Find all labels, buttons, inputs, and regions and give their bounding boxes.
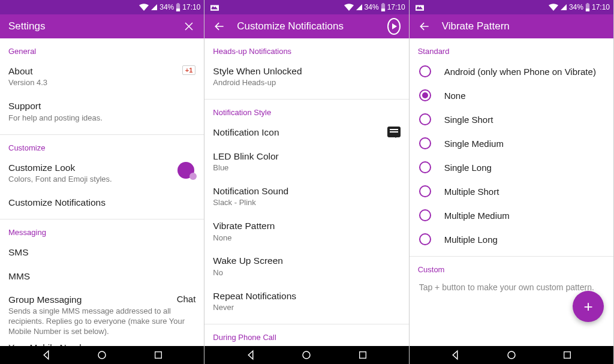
- radio-list: Android (only when Phone on Vibrate)None…: [410, 59, 613, 251]
- item-subtitle: Sends a single MMS message addressed to …: [8, 306, 195, 337]
- item-title: LED Blink Color: [213, 151, 400, 162]
- nav-home[interactable]: [95, 348, 109, 362]
- wifi-icon: [549, 4, 558, 11]
- gplus-badge[interactable]: +1: [182, 65, 196, 75]
- item-mobile-number[interactable]: Your Mobile Number: [0, 339, 204, 346]
- item-title: Vibrate Pattern: [213, 220, 400, 231]
- item-title: Repeat Notifications: [213, 290, 400, 302]
- radio-label: None: [444, 91, 466, 101]
- nav-recent[interactable]: [561, 348, 574, 362]
- content-scroll[interactable]: Heads-up Notifications Style When Unlock…: [204, 38, 408, 346]
- radio-option[interactable]: Multiple Long: [410, 227, 613, 251]
- signal-icon: [560, 4, 567, 11]
- radio-option[interactable]: None: [410, 83, 613, 107]
- nav-back[interactable]: [40, 348, 53, 362]
- item-notification-icon[interactable]: Notification Icon: [204, 121, 408, 144]
- clock: 17:10: [182, 3, 200, 11]
- content-scroll[interactable]: General About Version 4.3 +1 Support For…: [0, 38, 204, 346]
- item-customize-notifications[interactable]: Customize Notifications: [0, 191, 204, 214]
- section-header-messaging: Messaging: [0, 219, 204, 240]
- radio-icon: [419, 65, 431, 77]
- battery-icon: [176, 3, 180, 11]
- battery-icon: [381, 3, 386, 11]
- item-sms[interactable]: SMS: [0, 240, 204, 264]
- item-play-notification-sound[interactable]: Play Notification Sound: [204, 345, 408, 346]
- item-subtitle: Never: [213, 303, 400, 313]
- content-scroll[interactable]: Standard Android (only when Phone on Vib…: [410, 38, 613, 346]
- item-subtitle: Version 4.3: [8, 78, 176, 88]
- item-subtitle: Blue: [213, 163, 400, 173]
- item-support[interactable]: Support For help and posting ideas.: [0, 94, 204, 129]
- radio-label: Multiple Long: [444, 234, 498, 245]
- item-notification-sound[interactable]: Notification Sound Slack - Plink: [204, 179, 408, 214]
- battery-pct: 34%: [159, 3, 174, 11]
- section-header-notifstyle: Notification Style: [204, 100, 408, 121]
- clock: 17:10: [592, 3, 610, 11]
- section-header-headsup: Heads-up Notifications: [204, 38, 408, 59]
- svg-point-0: [98, 351, 106, 359]
- screenshot-icon: [210, 4, 219, 11]
- back-icon[interactable]: [418, 20, 431, 33]
- battery-pct: 34%: [365, 3, 379, 11]
- radio-label: Android (only when Phone on Vibrate): [444, 67, 596, 77]
- fab-add[interactable]: +: [573, 291, 604, 322]
- play-preview-icon[interactable]: [387, 20, 401, 33]
- item-subtitle: For help and posting ideas.: [8, 113, 195, 124]
- item-title: Support: [8, 100, 195, 112]
- nav-bar: [0, 346, 204, 364]
- item-title: Group Messaging: [8, 294, 82, 305]
- app-bar: Settings: [0, 14, 204, 38]
- nav-back[interactable]: [244, 348, 257, 362]
- item-mms[interactable]: MMS: [0, 264, 204, 288]
- nav-recent[interactable]: [152, 348, 165, 362]
- close-icon[interactable]: [182, 20, 195, 33]
- radio-option[interactable]: Multiple Short: [410, 179, 613, 203]
- nav-recent[interactable]: [356, 348, 369, 362]
- radio-option[interactable]: Single Medium: [410, 131, 613, 155]
- item-group-messaging[interactable]: Group Messaging Chat Sends a single MMS …: [0, 288, 204, 339]
- item-about[interactable]: About Version 4.3 +1: [0, 59, 204, 94]
- item-repeat-notifications[interactable]: Repeat Notifications Never: [204, 284, 408, 319]
- wifi-icon: [139, 4, 149, 11]
- battery-icon: [585, 3, 590, 11]
- back-icon[interactable]: [213, 20, 226, 33]
- item-subtitle: Colors, Font and Emoji styles.: [8, 175, 171, 185]
- status-bar: 34% 17:10: [0, 0, 204, 14]
- item-customize-look[interactable]: Customize Look Colors, Font and Emoji st…: [0, 156, 204, 191]
- wifi-icon: [344, 4, 354, 11]
- screen-customize-notifications: 34% 17:10 Customize Notifications Heads-…: [204, 0, 409, 364]
- item-title: About: [8, 65, 176, 77]
- radio-icon: [419, 161, 431, 173]
- nav-home[interactable]: [300, 348, 313, 362]
- nav-home[interactable]: [505, 348, 518, 362]
- radio-icon: [419, 113, 431, 125]
- radio-option[interactable]: Single Long: [410, 155, 613, 179]
- item-style-unlocked[interactable]: Style When Unlocked Android Heads-up: [204, 59, 408, 94]
- nav-back[interactable]: [449, 348, 462, 362]
- item-title: Notification Icon: [213, 127, 381, 138]
- section-header-call: During Phone Call: [204, 324, 408, 345]
- svg-point-6: [508, 351, 515, 359]
- section-header-customize: Customize: [0, 135, 204, 156]
- item-title: Notification Sound: [213, 185, 400, 197]
- svg-rect-4: [360, 352, 366, 359]
- screen-settings: 34% 17:10 Settings General About Version…: [0, 0, 204, 364]
- item-led-color[interactable]: LED Blink Color Blue: [204, 145, 408, 179]
- radio-icon: [419, 89, 431, 101]
- radio-option[interactable]: Multiple Medium: [410, 203, 613, 227]
- item-title: Wake Up Screen: [213, 255, 400, 266]
- item-vibrate-pattern[interactable]: Vibrate Pattern None: [204, 214, 408, 249]
- radio-icon: [419, 137, 431, 149]
- item-title: Style When Unlocked: [213, 65, 400, 77]
- radio-icon: [419, 185, 431, 197]
- page-title: Vibrate Pattern: [442, 20, 605, 32]
- signal-icon: [151, 4, 158, 11]
- item-subtitle: No: [213, 268, 400, 278]
- page-title: Customize Notifications: [237, 20, 376, 32]
- item-wake-screen[interactable]: Wake Up Screen No: [204, 249, 408, 284]
- section-header-standard: Standard: [410, 38, 613, 59]
- radio-option[interactable]: Android (only when Phone on Vibrate): [410, 59, 613, 83]
- item-title: Your Mobile Number: [8, 342, 195, 346]
- radio-option[interactable]: Single Short: [410, 107, 613, 131]
- svg-rect-7: [564, 352, 571, 359]
